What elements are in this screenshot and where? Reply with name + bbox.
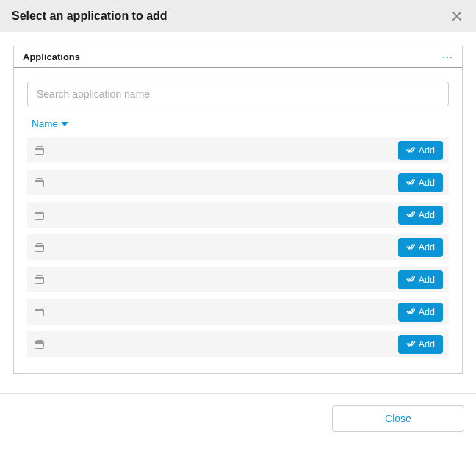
table-row: Add bbox=[27, 299, 449, 325]
svg-rect-5 bbox=[37, 178, 42, 180]
add-button-label: Add bbox=[419, 242, 435, 253]
svg-rect-11 bbox=[37, 243, 42, 245]
add-button[interactable]: Add bbox=[398, 141, 443, 160]
row-left bbox=[35, 275, 50, 284]
add-button-label: Add bbox=[419, 275, 435, 285]
row-left bbox=[35, 146, 50, 155]
close-icon[interactable] bbox=[450, 9, 464, 23]
table-row: Add bbox=[27, 234, 449, 260]
svg-rect-2 bbox=[37, 146, 42, 148]
double-check-icon bbox=[406, 211, 415, 219]
application-icon bbox=[35, 308, 44, 316]
panel-menu-icon[interactable]: ··· bbox=[442, 51, 453, 62]
row-left bbox=[35, 211, 50, 220]
application-icon bbox=[35, 243, 44, 252]
sort-caret-icon bbox=[61, 122, 68, 126]
table-row: Add bbox=[27, 170, 449, 195]
svg-rect-14 bbox=[37, 275, 42, 277]
add-button[interactable]: Add bbox=[398, 206, 443, 225]
svg-rect-20 bbox=[37, 340, 42, 341]
panel-header: Applications ··· bbox=[14, 46, 462, 68]
double-check-icon bbox=[406, 308, 415, 316]
add-button[interactable]: Add bbox=[398, 303, 443, 322]
svg-rect-17 bbox=[37, 308, 42, 309]
add-button-label: Add bbox=[419, 339, 435, 350]
add-button-label: Add bbox=[419, 178, 435, 188]
application-icon bbox=[35, 340, 44, 349]
panel-wrap: Applications ··· Name AddAddAddAddAddAdd… bbox=[0, 32, 476, 374]
modal-footer: Close bbox=[0, 393, 476, 432]
add-button-label: Add bbox=[419, 145, 435, 156]
panel-body: Name AddAddAddAddAddAddAdd bbox=[14, 68, 462, 373]
double-check-icon bbox=[406, 276, 415, 283]
double-check-icon bbox=[406, 244, 415, 251]
table-row: Add bbox=[27, 202, 449, 228]
table-row: Add bbox=[27, 137, 449, 163]
table-row: Add bbox=[27, 331, 449, 357]
row-left bbox=[35, 243, 50, 252]
add-button[interactable]: Add bbox=[398, 335, 443, 354]
close-button[interactable]: Close bbox=[332, 405, 464, 432]
add-button-label: Add bbox=[419, 307, 435, 317]
column-header-name-label: Name bbox=[32, 118, 58, 129]
column-header-row: Name bbox=[27, 117, 449, 130]
modal-header: Select an application to add bbox=[0, 0, 476, 32]
row-left bbox=[35, 340, 50, 349]
add-button-label: Add bbox=[419, 210, 435, 220]
application-icon bbox=[35, 146, 44, 155]
modal-title: Select an application to add bbox=[12, 10, 167, 23]
application-icon bbox=[35, 275, 44, 284]
row-left bbox=[35, 308, 50, 316]
application-icon bbox=[35, 178, 44, 187]
table-row: Add bbox=[27, 267, 449, 292]
add-button[interactable]: Add bbox=[398, 173, 443, 192]
double-check-icon bbox=[406, 147, 415, 154]
application-icon bbox=[35, 211, 44, 220]
applications-panel: Applications ··· Name AddAddAddAddAddAdd… bbox=[13, 46, 463, 374]
double-check-icon bbox=[406, 341, 415, 348]
search-input[interactable] bbox=[27, 82, 449, 106]
add-button[interactable]: Add bbox=[398, 270, 443, 289]
panel-title: Applications bbox=[23, 51, 80, 62]
double-check-icon bbox=[406, 179, 415, 187]
application-list: AddAddAddAddAddAddAdd bbox=[27, 137, 449, 357]
row-left bbox=[35, 178, 50, 187]
column-header-name[interactable]: Name bbox=[32, 118, 68, 129]
svg-rect-8 bbox=[37, 211, 42, 212]
add-button[interactable]: Add bbox=[398, 238, 443, 257]
